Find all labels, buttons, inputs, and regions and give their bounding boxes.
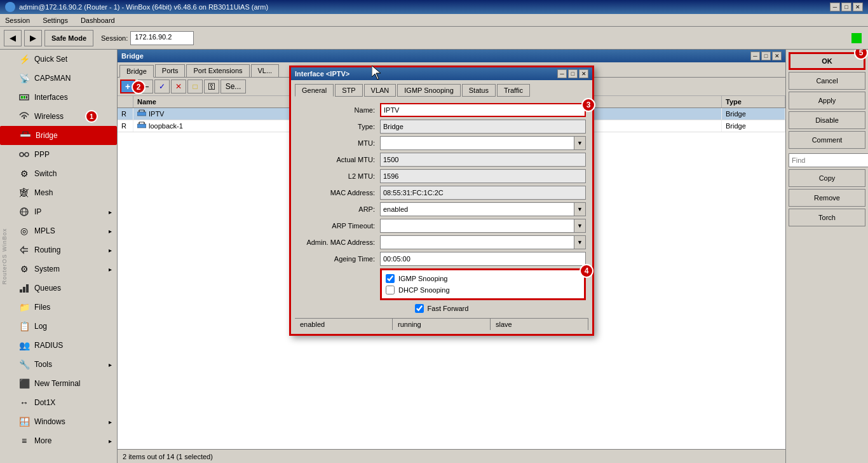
- remove-button[interactable]: Remove: [789, 189, 865, 207]
- disable-button[interactable]: Disable: [789, 111, 865, 129]
- cancel-button[interactable]: Cancel: [789, 72, 865, 90]
- svg-rect-18: [137, 112, 146, 116]
- sidebar-item-queues[interactable]: Queues: [0, 279, 117, 298]
- sidebar-item-files[interactable]: 📁 Files: [0, 298, 117, 317]
- sidebar-item-more[interactable]: ≡ More ▸: [0, 431, 117, 450]
- main-layout: RouterOS WinBox ⚡ Quick Set 📡 CAPsMAN In…: [0, 50, 868, 463]
- bridge-maximize-button[interactable]: □: [761, 52, 771, 60]
- dhcp-snooping-checkbox[interactable]: [386, 286, 395, 294]
- actual-mtu-input[interactable]: [380, 153, 586, 167]
- torch-button[interactable]: Torch: [789, 209, 865, 226]
- sidebar-item-wireless[interactable]: Wireless 1: [0, 107, 117, 126]
- safe-mode-button[interactable]: Safe Mode: [44, 30, 93, 46]
- dialog-tab-general[interactable]: General: [295, 84, 334, 97]
- ageing-time-input[interactable]: [380, 252, 586, 266]
- mtu-field: ▼: [380, 136, 586, 150]
- mtu-input[interactable]: [380, 136, 574, 150]
- back-button[interactable]: ◀: [4, 30, 22, 46]
- sidebar-item-tools[interactable]: 🔧 Tools ▸: [0, 355, 117, 374]
- admin-mac-dropdown[interactable]: ▼: [574, 235, 586, 249]
- menu-session[interactable]: Session: [3, 15, 32, 25]
- l2-mtu-input[interactable]: [380, 169, 586, 183]
- comment-button[interactable]: Comment: [789, 131, 865, 149]
- mac-input[interactable]: [380, 186, 586, 200]
- tab-vlans[interactable]: VL...: [251, 64, 280, 77]
- sidebar-item-capsman[interactable]: 📡 CAPsMAN: [0, 69, 117, 88]
- dialog-title-bar: Interface <IPTV> ─ □ ✕: [291, 67, 592, 80]
- badge-3: 3: [581, 98, 595, 112]
- sidebar-item-mesh[interactable]: 🕸 Mesh: [0, 183, 117, 202]
- menu-dashboard[interactable]: Dashboard: [78, 15, 118, 25]
- radius-icon: 👥: [18, 339, 31, 352]
- admin-mac-label: Admin. MAC Address:: [297, 238, 380, 246]
- dialog-tab-status[interactable]: Status: [462, 84, 496, 97]
- sidebar-item-mpls[interactable]: ◎ MPLS ▸: [0, 221, 117, 240]
- sidebar-item-dot1x[interactable]: ↔ Dot1X: [0, 393, 117, 412]
- sidebar-item-windows[interactable]: 🪟 Windows ▸: [0, 412, 117, 431]
- mesh-icon: 🕸: [18, 186, 31, 199]
- igmp-snooping-label: IGMP Snooping: [398, 275, 447, 282]
- dialog-minimize-button[interactable]: ─: [557, 69, 567, 78]
- badge-2: 2: [132, 80, 146, 94]
- check-button[interactable]: ✓: [154, 79, 170, 93]
- sidebar-item-log[interactable]: 📋 Log: [0, 317, 117, 336]
- square-button[interactable]: □: [187, 79, 203, 93]
- sidebar-item-ip[interactable]: IP ▸: [0, 202, 117, 221]
- minimize-button[interactable]: ─: [830, 3, 840, 11]
- sidebar-item-bridge[interactable]: Bridge: [0, 126, 117, 145]
- cancel-x-button[interactable]: ✕: [171, 79, 186, 93]
- row-flag: R: [118, 108, 133, 120]
- arp-dropdown[interactable]: ▼: [574, 202, 586, 216]
- status-enabled: enabled: [295, 319, 393, 330]
- routing-arrow: ▸: [109, 247, 112, 254]
- tab-bridge[interactable]: Bridge: [119, 65, 154, 78]
- snooping-checkboxes: 4 IGMP Snooping DHCP Snooping: [380, 268, 586, 300]
- menu-settings[interactable]: Settings: [40, 15, 71, 25]
- sidebar-item-new-terminal[interactable]: ⬛ New Terminal: [0, 374, 117, 393]
- settings-button[interactable]: Se...: [220, 79, 246, 93]
- sidebar-item-quick-set[interactable]: ⚡ Quick Set: [0, 50, 117, 69]
- filter-button[interactable]: ⚿: [204, 79, 219, 93]
- sidebar-item-switch[interactable]: ⚙ Switch: [0, 164, 117, 183]
- fast-forward-row: Fast Forward: [297, 304, 586, 313]
- filter-icon: ⚿: [208, 82, 215, 91]
- admin-mac-input[interactable]: [380, 235, 574, 249]
- find-input[interactable]: [789, 153, 868, 167]
- arp-timeout-dropdown[interactable]: ▼: [574, 219, 586, 233]
- sidebar-item-system[interactable]: ⚙ System ▸: [0, 259, 117, 279]
- maximize-button[interactable]: □: [841, 3, 851, 11]
- close-button[interactable]: ✕: [853, 3, 863, 11]
- ageing-time-label: Ageing Time:: [297, 255, 380, 263]
- dialog-tab-vlan[interactable]: VLAN: [364, 84, 397, 97]
- sidebar-item-interfaces[interactable]: Interfaces: [0, 88, 117, 107]
- dialog-tab-traffic[interactable]: Traffic: [497, 84, 530, 97]
- arp-timeout-input[interactable]: [380, 219, 574, 233]
- dialog-maximize-button[interactable]: □: [568, 69, 578, 78]
- system-arrow: ▸: [109, 266, 112, 273]
- igmp-snooping-checkbox[interactable]: [386, 274, 395, 283]
- sidebar-item-radius[interactable]: 👥 RADIUS: [0, 336, 117, 355]
- bridge-minimize-button[interactable]: ─: [750, 52, 760, 60]
- tab-port-extensions[interactable]: Port Extensions: [186, 64, 249, 77]
- dialog-tab-stp[interactable]: STP: [335, 84, 362, 97]
- apply-button[interactable]: Apply: [789, 92, 865, 109]
- forward-button[interactable]: ▶: [24, 30, 42, 46]
- app-icon: [5, 2, 15, 12]
- name-input[interactable]: [380, 103, 586, 117]
- dialog-tab-igmp-snooping[interactable]: IGMP Snooping: [397, 84, 460, 97]
- badge-1: 1: [85, 110, 98, 123]
- svg-rect-15: [20, 289, 22, 293]
- tools-icon: 🔧: [18, 358, 31, 371]
- sidebar-item-ppp[interactable]: PPP: [0, 145, 117, 164]
- fast-forward-checkbox[interactable]: [415, 304, 424, 313]
- form-area: Name: 3 Type: Bridge MTU:: [295, 100, 588, 318]
- interfaces-icon: [18, 91, 31, 104]
- mtu-dropdown[interactable]: ▼: [574, 136, 586, 150]
- sidebar-item-routing[interactable]: Routing ▸: [0, 240, 117, 259]
- mtu-row: MTU: ▼: [297, 136, 586, 150]
- dialog-close-button[interactable]: ✕: [579, 69, 588, 78]
- arp-timeout-field: ▼: [380, 219, 586, 233]
- copy-button[interactable]: Copy: [789, 169, 865, 187]
- bridge-close-button[interactable]: ✕: [772, 52, 782, 60]
- tab-ports[interactable]: Ports: [155, 64, 186, 77]
